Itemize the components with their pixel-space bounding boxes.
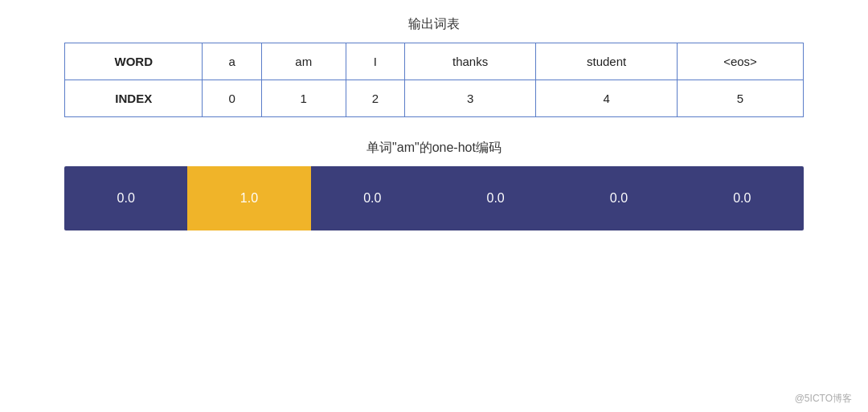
onehot-title: 单词"am"的one-hot编码 bbox=[64, 140, 804, 157]
index-row-label: INDEX bbox=[65, 80, 203, 117]
onehot-cell-2: 0.0 bbox=[311, 166, 434, 230]
word-cell-5: <eos> bbox=[677, 43, 803, 80]
index-cell-5: 5 bbox=[677, 80, 803, 117]
onehot-cell-5: 0.0 bbox=[681, 166, 804, 230]
onehot-bar: 0.0 1.0 0.0 0.0 0.0 0.0 bbox=[64, 166, 804, 230]
watermark: @5ICTO博客 bbox=[795, 392, 852, 406]
index-cell-1: 1 bbox=[261, 80, 346, 117]
index-cell-3: 3 bbox=[405, 80, 536, 117]
onehot-cell-4: 0.0 bbox=[557, 166, 680, 230]
word-cell-4: student bbox=[536, 43, 678, 80]
index-cell-0: 0 bbox=[203, 80, 261, 117]
word-table-section: 输出词表 WORD a am I thanks student <eos> IN… bbox=[64, 16, 804, 117]
word-cell-0: a bbox=[203, 43, 261, 80]
word-cell-1: am bbox=[261, 43, 346, 80]
onehot-cell-0: 0.0 bbox=[64, 166, 187, 230]
table-row-word: WORD a am I thanks student <eos> bbox=[65, 43, 804, 80]
onehot-section: 单词"am"的one-hot编码 0.0 1.0 0.0 0.0 0.0 0.0 bbox=[64, 140, 804, 230]
word-cell-3: thanks bbox=[405, 43, 536, 80]
table-title: 输出词表 bbox=[64, 16, 804, 33]
onehot-cell-3: 0.0 bbox=[434, 166, 557, 230]
word-row-label: WORD bbox=[65, 43, 203, 80]
word-cell-2: I bbox=[346, 43, 404, 80]
word-table: WORD a am I thanks student <eos> INDEX 0… bbox=[64, 43, 804, 117]
index-cell-4: 4 bbox=[536, 80, 678, 117]
onehot-cell-1: 1.0 bbox=[187, 166, 310, 230]
index-cell-2: 2 bbox=[346, 80, 404, 117]
table-row-index: INDEX 0 1 2 3 4 5 bbox=[65, 80, 804, 117]
